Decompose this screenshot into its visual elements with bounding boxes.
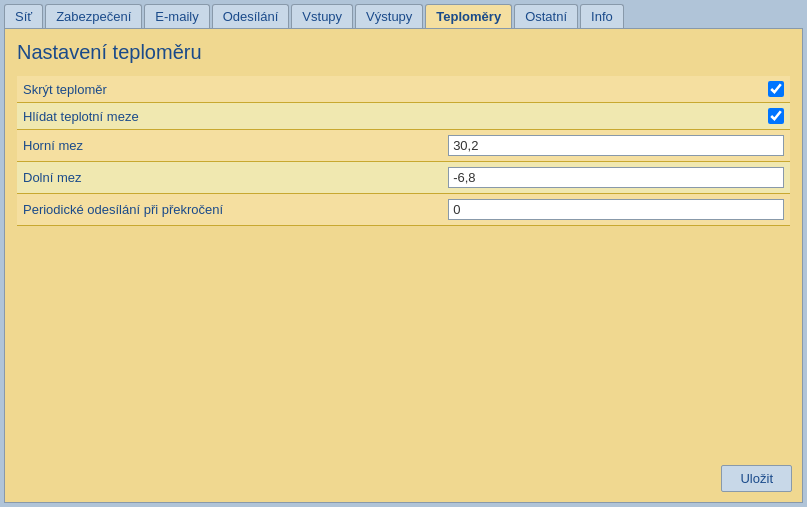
checkbox-skryt-teplomer[interactable]	[768, 81, 784, 97]
tab-odesilani[interactable]: Odesílání	[212, 4, 290, 28]
cell-skryt-teplomer	[442, 76, 790, 103]
tab-teplomery[interactable]: Teploměry	[425, 4, 512, 28]
tab-ostatni[interactable]: Ostatní	[514, 4, 578, 28]
checkbox-hlidat-meze[interactable]	[768, 108, 784, 124]
row-skryt-teplomer: Skrýt teploměr	[17, 76, 790, 103]
tab-bar: Síť Zabezpečení E-maily Odesílání Vstupy…	[0, 0, 807, 28]
page-title: Nastavení teploměru	[17, 41, 790, 64]
tab-vstupy[interactable]: Vstupy	[291, 4, 353, 28]
tab-emaily[interactable]: E-maily	[144, 4, 209, 28]
tab-sit[interactable]: Síť	[4, 4, 43, 28]
settings-table: Skrýt teploměr Hlídat teplotní meze	[17, 76, 790, 226]
row-periodicke: Periodické odesílání při překročení	[17, 194, 790, 226]
tab-zabezpeceni[interactable]: Zabezpečení	[45, 4, 142, 28]
cell-hlidat-meze	[442, 103, 790, 130]
tab-info[interactable]: Info	[580, 4, 624, 28]
label-horni-mez: Horní mez	[17, 130, 442, 162]
label-skryt-teplomer: Skrýt teploměr	[17, 76, 442, 103]
input-horni-mez[interactable]	[448, 135, 784, 156]
cell-horni-mez	[442, 130, 790, 162]
content-area: Nastavení teploměru Skrýt teploměr Hlída…	[4, 28, 803, 503]
input-periodicke[interactable]	[448, 199, 784, 220]
label-periodicke: Periodické odesílání při překročení	[17, 194, 442, 226]
label-hlidat-meze: Hlídat teplotní meze	[17, 103, 442, 130]
row-dolni-mez: Dolní mez	[17, 162, 790, 194]
cell-periodicke	[442, 194, 790, 226]
row-horni-mez: Horní mez	[17, 130, 790, 162]
app-window: Síť Zabezpečení E-maily Odesílání Vstupy…	[0, 0, 807, 507]
save-button[interactable]: Uložit	[721, 465, 792, 492]
save-button-container: Uložit	[721, 465, 792, 492]
tab-vystupy[interactable]: Výstupy	[355, 4, 423, 28]
cell-dolni-mez	[442, 162, 790, 194]
input-dolni-mez[interactable]	[448, 167, 784, 188]
row-hlidat-meze: Hlídat teplotní meze	[17, 103, 790, 130]
label-dolni-mez: Dolní mez	[17, 162, 442, 194]
